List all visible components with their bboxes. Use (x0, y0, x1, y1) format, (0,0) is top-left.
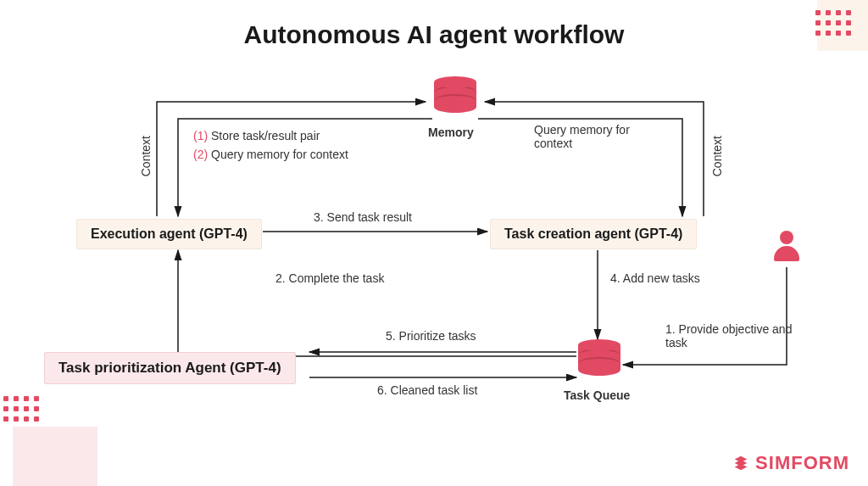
logo-icon (732, 454, 750, 472)
memory-left-line2: (2) Query memory for context (193, 148, 348, 161)
memory-node (434, 76, 476, 113)
task-prioritization-agent-label: Task prioritization Agent (GPT-4) (58, 360, 281, 376)
step3-label: 3. Send task result (314, 210, 412, 224)
task-queue-node (578, 339, 620, 376)
task-prioritization-agent-box: Task prioritization Agent (GPT-4) (44, 352, 296, 384)
step4-label: 4. Add new tasks (610, 271, 700, 285)
context-right-label: Context (710, 136, 724, 176)
logo-text: SIMFORM (755, 452, 849, 474)
execution-agent-label: Execution agent (GPT-4) (91, 226, 248, 241)
corner-decoration-bl (13, 427, 97, 486)
dot-grid-bl (3, 396, 39, 422)
memory-left-num1: (1) (193, 129, 208, 142)
task-creation-agent-label: Task creation agent (GPT-4) (504, 226, 682, 241)
memory-label: Memory (428, 126, 474, 139)
user-icon (771, 231, 802, 261)
step1-label: 1. Provide objective and task (665, 322, 793, 349)
memory-left-text2: Query memory for context (208, 148, 348, 161)
step5-label: 5. Prioritize tasks (386, 329, 476, 343)
step2-label: 2. Complete the task (275, 271, 384, 285)
memory-left-text1: Store task/result pair (208, 129, 320, 142)
step6-label: 6. Cleaned task list (377, 383, 477, 397)
memory-left-line1: (1) Store task/result pair (193, 129, 320, 142)
task-creation-agent-box: Task creation agent (GPT-4) (490, 219, 697, 249)
context-left-label: Context (139, 136, 153, 176)
execution-agent-box: Execution agent (GPT-4) (76, 219, 262, 249)
memory-right-label: Query memory for context (534, 123, 653, 150)
task-queue-label: Task Queue (564, 388, 630, 402)
diagram-title: Autonomous AI agent workflow (0, 20, 868, 49)
memory-left-num2: (2) (193, 148, 208, 161)
simform-logo: SIMFORM (732, 452, 849, 474)
